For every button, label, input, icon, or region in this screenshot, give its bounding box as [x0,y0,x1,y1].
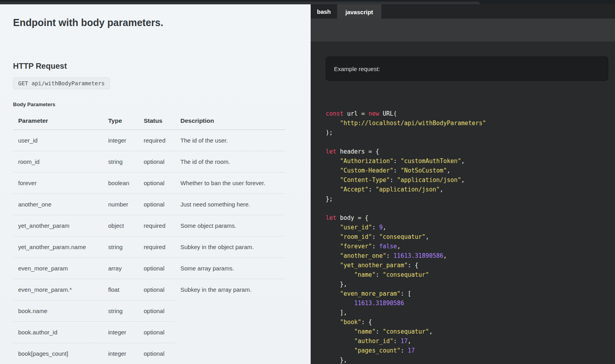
cell-type: integer [103,322,139,343]
code-line: let body = { [326,213,615,223]
cell-status: optional [139,322,175,343]
http-request-heading: HTTP Request [13,62,311,70]
code-block: const url = new URL( "http://localhost/a… [326,109,615,364]
cell-parameter: another_one [13,194,103,215]
cell-parameter: book[pages_count] [13,343,103,364]
code-line: "http://localhost/api/withBodyParameters… [326,118,615,128]
cell-status: required [139,236,175,258]
table-row: yet_another_paramobjectrequiredSome obje… [13,215,285,236]
cell-parameter: book.name [13,300,103,322]
table-row: another_onenumberoptionalJust need somet… [13,194,285,215]
code-line: "name": "consequatur" [326,270,615,280]
browser-tab-sliver [0,2,480,4]
code-line: const url = new URL( [326,109,615,118]
language-tabbar: bashjavascript [311,4,615,19]
code-line: "Custom-Header": "NotSoCustom", [326,166,615,175]
code-line: "Content-Type": "application/json", [326,175,615,185]
cell-parameter: yet_another_param.name [13,236,103,258]
code-line: "author_id": 17, [326,336,615,346]
code-line: "book": { [326,317,615,327]
cell-description [175,343,285,364]
cell-status: optional [139,151,175,173]
table-row: book[pages_count]integeroptional [13,343,285,364]
cell-description [175,322,285,343]
column-header-status: Status [139,114,175,130]
cell-status: optional [139,300,175,322]
code-line: ); [326,128,615,137]
cell-description: Subkey in the object param. [175,236,285,258]
cell-type: number [103,194,139,215]
code-line: }, [326,355,615,364]
cell-type: string [103,300,139,322]
cell-type: integer [103,130,139,151]
cell-description: The id of the user. [175,130,285,151]
docs-page: Endpoint with body parameters. HTTP Requ… [0,4,615,364]
code-line: }; [326,194,615,204]
code-line: "even_more_param": [ [326,289,615,298]
code-line [326,137,615,147]
code-line: "forever": false, [326,242,615,251]
table-row: even_more_param.*floatoptionalSubkey in … [13,279,285,300]
browser-chrome-strip [0,0,615,4]
cell-description: Some array params. [175,258,285,279]
code-line: ], [326,308,615,317]
cell-status: optional [139,343,175,364]
tabbar-lower-band [311,19,615,41]
body-parameters-label: Body Parameters [13,101,311,107]
tab-javascript[interactable]: javascript [337,4,381,20]
code-line: "another_one": 11613.31890586, [326,251,615,261]
code-content: Example request: const url = new URL( "h… [311,41,615,364]
code-line: "yet_another_param": { [326,261,615,270]
cell-type: object [103,215,139,236]
table-row: book.author_idintegeroptional [13,322,285,343]
code-line: "name": "consequatur", [326,327,615,336]
code-line: "user_id": 9, [326,223,615,232]
cell-type: string [103,151,139,173]
code-line: "Accept": "application/json", [326,185,615,194]
cell-status: required [139,215,175,236]
cell-type: boolean [103,173,139,194]
code-line [326,204,615,213]
cell-status: optional [139,173,175,194]
cell-type: float [103,279,139,300]
cell-description [175,300,285,322]
cell-parameter: room_id [13,151,103,173]
cell-parameter: forever [13,173,103,194]
code-line: }, [326,280,615,289]
cell-status: optional [139,279,175,300]
cell-description: Whether to ban the user forever. [175,173,285,194]
example-request-label: Example request: [334,66,380,72]
code-line: let headers = { [326,147,615,156]
cell-parameter: even_more_param [13,258,103,279]
column-header-type: Type [103,114,139,130]
cell-description: Just need something here. [175,194,285,215]
cell-description: Subkey in the array param. [175,279,285,300]
cell-description: Some object params. [175,215,285,236]
cell-status: optional [139,258,175,279]
cell-type: string [103,236,139,258]
code-line: 11613.31890586 [326,298,615,308]
table-row: room_idstringoptionalThe id of the room. [13,151,285,173]
table-row: user_idintegerrequiredThe id of the user… [13,130,285,151]
cell-parameter: yet_another_param [13,215,103,236]
table-header-row: ParameterTypeStatusDescription [13,114,285,130]
cell-type: array [103,258,139,279]
code-line: "Authorization": "customAuthToken", [326,156,615,166]
endpoint-method-badge: GET api/withBodyParameters [13,77,110,89]
table-row: yet_another_param.namestringrequiredSubk… [13,236,285,258]
column-header-parameter: Parameter [13,114,103,130]
cell-description: The id of the room. [175,151,285,173]
code-line: "room_id": "consequatur", [326,232,615,242]
example-request-box: Example request: [326,56,608,81]
cell-parameter: even_more_param.* [13,279,103,300]
cell-type: integer [103,343,139,364]
table-row: book.namestringoptional [13,300,285,322]
cell-parameter: user_id [13,130,103,151]
docs-panel: Endpoint with body parameters. HTTP Requ… [0,4,311,364]
table-row: even_more_paramarrayoptionalSome array p… [13,258,285,279]
code-line: "pages_count": 17 [326,346,615,355]
cell-status: required [139,130,175,151]
cell-status: optional [139,194,175,215]
table-row: foreverbooleanoptionalWhether to ban the… [13,173,285,194]
tab-bash[interactable]: bash [311,4,337,19]
